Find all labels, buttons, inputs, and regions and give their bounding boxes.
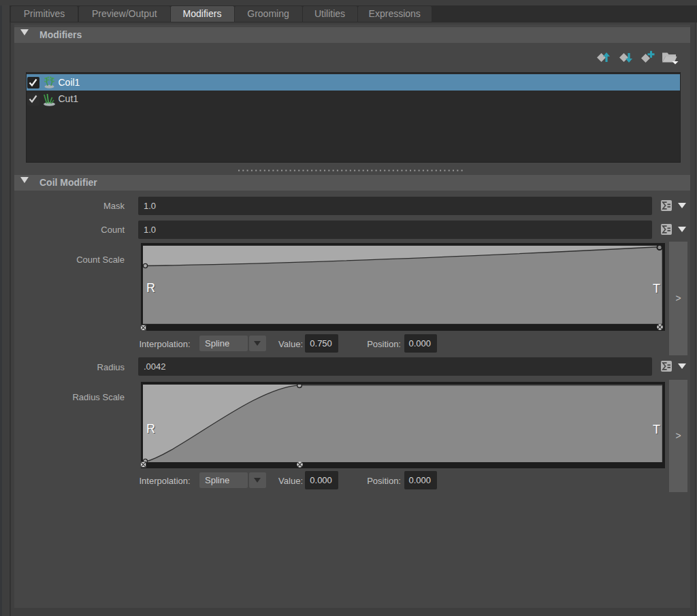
svg-text:R: R: [146, 281, 155, 295]
svg-text:T: T: [653, 423, 660, 436]
svg-text:T: T: [653, 282, 660, 295]
svg-text:R: R: [146, 422, 155, 436]
